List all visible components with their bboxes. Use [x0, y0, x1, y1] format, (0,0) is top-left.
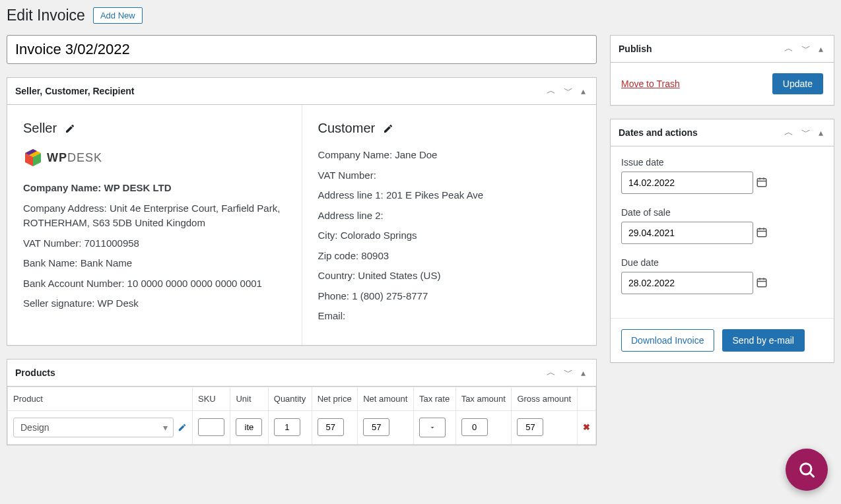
panel-down-icon[interactable]: ﹀: [561, 84, 576, 98]
panel-up-icon[interactable]: ︿: [544, 84, 558, 98]
publish-heading: Publish: [619, 36, 652, 62]
net-amount-input[interactable]: [363, 418, 389, 436]
col-tax-rate: Tax rate: [413, 387, 455, 410]
delete-row-icon[interactable]: ✖: [577, 410, 595, 444]
seller-logo: WPDESK: [23, 148, 286, 168]
col-unit: Unit: [230, 387, 268, 410]
products-header-row: Product SKU Unit Quantity Net price Net …: [8, 387, 596, 410]
issue-date-input[interactable]: [622, 172, 751, 193]
panel-down-icon[interactable]: ﹀: [799, 42, 813, 56]
svg-rect-4: [757, 178, 766, 186]
seller-title: Seller: [23, 121, 57, 136]
edit-customer-icon[interactable]: [383, 123, 393, 134]
svg-rect-8: [757, 228, 766, 236]
qty-input[interactable]: [274, 418, 300, 436]
dates-heading: Dates and actions: [619, 119, 698, 146]
edit-seller-icon[interactable]: [65, 123, 75, 134]
customer-country: Country: United States (US): [318, 268, 581, 284]
customer-email: Email:: [318, 309, 581, 324]
sale-date-input[interactable]: [622, 222, 751, 243]
seller-customer-heading: Seller, Customer, Recipient: [15, 78, 135, 104]
due-date-input[interactable]: [622, 272, 751, 294]
calendar-icon[interactable]: [751, 276, 773, 290]
tax-amount-input[interactable]: [461, 418, 488, 436]
invoice-title-input[interactable]: [7, 35, 597, 64]
seller-company: Company Name: WP DESK LTD: [23, 181, 286, 196]
wpdesk-logo-icon: [23, 148, 43, 168]
col-gross-amount: Gross amount: [512, 387, 577, 410]
svg-rect-12: [757, 278, 766, 286]
products-heading: Products: [15, 360, 55, 386]
send-email-button[interactable]: Send by e-mail: [722, 329, 805, 352]
page-title: Edit Invoice: [7, 7, 85, 24]
panel-up-icon[interactable]: ︿: [544, 365, 558, 380]
panel-toggle-icon[interactable]: ▴: [816, 126, 826, 139]
seller-address: Company Address: Unit 4e Enterprise Cour…: [23, 201, 286, 231]
panel-down-icon[interactable]: ﹀: [799, 125, 813, 140]
col-net-price: Net price: [312, 387, 358, 410]
customer-zip: Zip code: 80903: [318, 249, 581, 264]
panel-toggle-icon[interactable]: ▴: [816, 42, 826, 55]
due-date-label: Due date: [621, 257, 823, 268]
issue-date-label: Issue date: [621, 157, 823, 168]
panel-toggle-icon[interactable]: ▴: [578, 366, 588, 379]
product-row: Design ✖: [8, 410, 596, 444]
products-box: Products ︿ ﹀ ▴ Product SKU Unit Quantity…: [7, 359, 597, 445]
sku-input[interactable]: [198, 418, 224, 436]
calendar-icon[interactable]: [751, 176, 773, 190]
panel-down-icon[interactable]: ﹀: [561, 365, 576, 380]
col-net-amount: Net amount: [358, 387, 414, 410]
product-select[interactable]: Design: [13, 418, 174, 437]
col-tax-amount: Tax amount: [455, 387, 512, 410]
col-qty: Quantity: [268, 387, 312, 410]
move-to-trash-link[interactable]: Move to Trash: [621, 79, 680, 89]
customer-vat: VAT Number:: [318, 168, 581, 183]
seller-signature: Seller signature: WP Desk: [23, 296, 286, 311]
seller-bank-account: Bank Account Number: 10 0000 0000 0000 0…: [23, 276, 286, 292]
panel-up-icon[interactable]: ︿: [782, 125, 796, 140]
net-price-input[interactable]: [318, 418, 344, 436]
dates-box: Dates and actions ︿ ﹀ ▴ Issue date Date …: [610, 119, 834, 363]
customer-addr1: Address line 1: 201 E Pikes Peak Ave: [318, 188, 581, 203]
update-button[interactable]: Update: [772, 73, 823, 94]
tax-rate-select[interactable]: [419, 418, 446, 437]
seller-bank-name: Bank Name: Bank Name: [23, 256, 286, 271]
gross-amount-input[interactable]: [517, 418, 543, 436]
add-new-button[interactable]: Add New: [93, 7, 143, 24]
calendar-icon[interactable]: [751, 226, 773, 240]
publish-box: Publish ︿ ﹀ ▴ Move to Trash Update: [610, 35, 834, 106]
edit-product-icon[interactable]: [178, 423, 187, 432]
panel-toggle-icon[interactable]: ▴: [578, 84, 588, 98]
panel-up-icon[interactable]: ︿: [782, 42, 796, 56]
customer-phone: Phone: 1 (800) 275-8777: [318, 289, 581, 304]
col-sku: SKU: [193, 387, 230, 410]
customer-title: Customer: [318, 121, 376, 136]
seller-customer-box: Seller, Customer, Recipient ︿ ﹀ ▴ Seller…: [7, 77, 597, 346]
customer-company: Company Name: Jane Doe: [318, 148, 581, 163]
sale-date-label: Date of sale: [621, 207, 823, 218]
search-icon: [797, 460, 816, 465]
unit-input[interactable]: [236, 418, 262, 436]
customer-city: City: Colorado Springs: [318, 228, 581, 243]
seller-vat: VAT Number: 7011000958: [23, 236, 286, 251]
col-product: Product: [8, 387, 193, 410]
svg-point-16: [801, 464, 811, 465]
customer-addr2: Address line 2:: [318, 208, 581, 224]
download-invoice-button[interactable]: Download Invoice: [621, 329, 714, 352]
